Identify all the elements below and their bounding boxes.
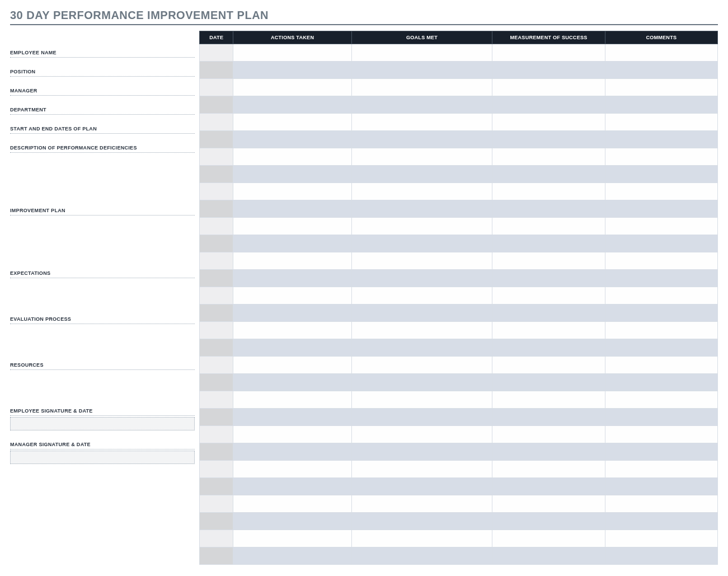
cell-measurement[interactable]	[492, 426, 605, 443]
cell-date[interactable]	[200, 426, 233, 443]
cell-comments[interactable]	[605, 166, 717, 183]
cell-measurement[interactable]	[492, 461, 605, 478]
cell-comments[interactable]	[605, 114, 717, 131]
cell-actions[interactable]	[233, 547, 351, 565]
cell-date[interactable]	[200, 44, 233, 62]
cell-date[interactable]	[200, 200, 233, 218]
cell-date[interactable]	[200, 183, 233, 200]
cell-date[interactable]	[200, 270, 233, 287]
input-mgr-sig[interactable]	[10, 451, 195, 464]
cell-measurement[interactable]	[492, 166, 605, 183]
input-department[interactable]	[10, 114, 195, 115]
cell-goals[interactable]	[351, 96, 492, 114]
cell-date[interactable]	[200, 495, 233, 513]
cell-comments[interactable]	[605, 218, 717, 235]
cell-measurement[interactable]	[492, 305, 605, 322]
cell-actions[interactable]	[233, 62, 351, 79]
cell-measurement[interactable]	[492, 235, 605, 252]
cell-measurement[interactable]	[492, 252, 605, 270]
cell-actions[interactable]	[233, 200, 351, 218]
input-manager[interactable]	[10, 95, 195, 96]
cell-date[interactable]	[200, 357, 233, 374]
cell-goals[interactable]	[351, 79, 492, 96]
cell-measurement[interactable]	[492, 374, 605, 391]
input-position[interactable]	[10, 76, 195, 77]
cell-date[interactable]	[200, 166, 233, 183]
cell-actions[interactable]	[233, 252, 351, 270]
cell-actions[interactable]	[233, 44, 351, 62]
cell-goals[interactable]	[351, 252, 492, 270]
cell-measurement[interactable]	[492, 513, 605, 530]
cell-comments[interactable]	[605, 478, 717, 495]
cell-goals[interactable]	[351, 374, 492, 391]
cell-actions[interactable]	[233, 79, 351, 96]
cell-date[interactable]	[200, 62, 233, 79]
cell-date[interactable]	[200, 114, 233, 131]
cell-measurement[interactable]	[492, 62, 605, 79]
cell-goals[interactable]	[351, 235, 492, 252]
cell-goals[interactable]	[351, 339, 492, 357]
cell-comments[interactable]	[605, 357, 717, 374]
cell-date[interactable]	[200, 443, 233, 461]
cell-date[interactable]	[200, 339, 233, 357]
cell-goals[interactable]	[351, 270, 492, 287]
cell-comments[interactable]	[605, 252, 717, 270]
cell-date[interactable]	[200, 131, 233, 148]
cell-measurement[interactable]	[492, 114, 605, 131]
cell-actions[interactable]	[233, 322, 351, 339]
cell-comments[interactable]	[605, 270, 717, 287]
cell-date[interactable]	[200, 478, 233, 495]
cell-comments[interactable]	[605, 79, 717, 96]
cell-comments[interactable]	[605, 530, 717, 547]
cell-actions[interactable]	[233, 114, 351, 131]
cell-goals[interactable]	[351, 114, 492, 131]
cell-measurement[interactable]	[492, 339, 605, 357]
cell-measurement[interactable]	[492, 148, 605, 166]
cell-comments[interactable]	[605, 443, 717, 461]
cell-actions[interactable]	[233, 357, 351, 374]
cell-measurement[interactable]	[492, 44, 605, 62]
cell-goals[interactable]	[351, 391, 492, 409]
cell-goals[interactable]	[351, 530, 492, 547]
cell-actions[interactable]	[233, 183, 351, 200]
cell-goals[interactable]	[351, 183, 492, 200]
cell-goals[interactable]	[351, 305, 492, 322]
cell-comments[interactable]	[605, 322, 717, 339]
cell-measurement[interactable]	[492, 200, 605, 218]
cell-actions[interactable]	[233, 131, 351, 148]
cell-goals[interactable]	[351, 322, 492, 339]
cell-actions[interactable]	[233, 409, 351, 426]
cell-comments[interactable]	[605, 183, 717, 200]
cell-date[interactable]	[200, 79, 233, 96]
cell-comments[interactable]	[605, 495, 717, 513]
cell-measurement[interactable]	[492, 322, 605, 339]
cell-date[interactable]	[200, 547, 233, 565]
cell-comments[interactable]	[605, 305, 717, 322]
cell-actions[interactable]	[233, 426, 351, 443]
cell-date[interactable]	[200, 409, 233, 426]
cell-goals[interactable]	[351, 166, 492, 183]
cell-goals[interactable]	[351, 513, 492, 530]
cell-goals[interactable]	[351, 357, 492, 374]
cell-comments[interactable]	[605, 513, 717, 530]
cell-goals[interactable]	[351, 495, 492, 513]
cell-comments[interactable]	[605, 461, 717, 478]
cell-actions[interactable]	[233, 148, 351, 166]
cell-comments[interactable]	[605, 374, 717, 391]
cell-measurement[interactable]	[492, 183, 605, 200]
cell-actions[interactable]	[233, 443, 351, 461]
cell-goals[interactable]	[351, 443, 492, 461]
cell-goals[interactable]	[351, 426, 492, 443]
cell-comments[interactable]	[605, 391, 717, 409]
cell-measurement[interactable]	[492, 270, 605, 287]
cell-goals[interactable]	[351, 547, 492, 565]
cell-date[interactable]	[200, 461, 233, 478]
cell-comments[interactable]	[605, 96, 717, 114]
cell-comments[interactable]	[605, 287, 717, 305]
cell-actions[interactable]	[233, 218, 351, 235]
cell-date[interactable]	[200, 96, 233, 114]
cell-comments[interactable]	[605, 131, 717, 148]
cell-measurement[interactable]	[492, 478, 605, 495]
cell-actions[interactable]	[233, 339, 351, 357]
cell-measurement[interactable]	[492, 495, 605, 513]
